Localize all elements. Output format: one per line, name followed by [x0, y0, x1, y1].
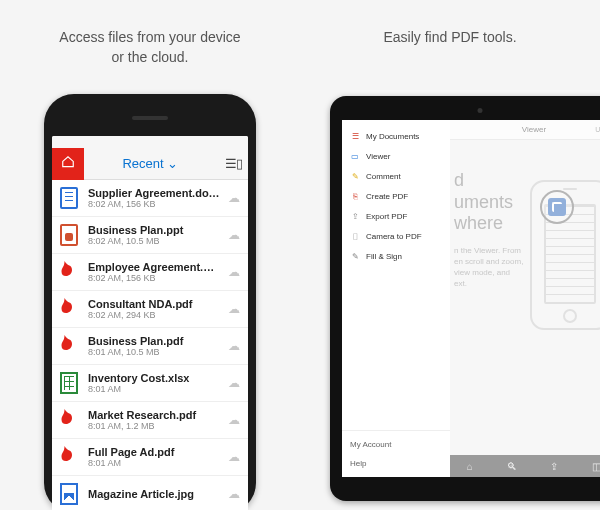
xlsx-icon: [60, 372, 78, 394]
drawer-item-label: Help: [350, 459, 366, 468]
right-caption: Easily find PDF tools.: [383, 28, 516, 76]
file-row[interactable]: Full Page Ad.pdf8:01 AM☁: [52, 439, 248, 476]
drawer-item[interactable]: ⎘Create PDF: [342, 186, 450, 206]
file-row[interactable]: Employee Agreement.pdf8:02 AM, 156 KB☁: [52, 254, 248, 291]
home-button[interactable]: [52, 148, 84, 180]
drawer-item-icon: ✎: [350, 171, 360, 181]
drawer-item-icon: ⎘: [350, 191, 360, 201]
phone-frame: Recent ⌄ ☰▯ Supplier Agreement.docx8:02 …: [44, 94, 256, 510]
file-subtitle: 8:01 AM: [88, 458, 220, 468]
nav-drawer: ☰My Documents▭Viewer✎Comment⎘Create PDF⇪…: [342, 120, 450, 477]
drawer-item-icon: ⌷: [350, 231, 360, 241]
drawer-item-label: My Documents: [366, 132, 419, 141]
file-row[interactable]: Consultant NDA.pdf8:02 AM, 294 KB☁: [52, 291, 248, 328]
drawer-item-label: My Account: [350, 440, 391, 449]
file-name: Consultant NDA.pdf: [88, 298, 220, 310]
nav-title-label: Recent: [122, 156, 163, 171]
view-mode-button[interactable]: ☰▯: [225, 156, 242, 171]
navbar: Recent ⌄ ☰▯: [52, 148, 248, 180]
cloud-icon: ☁: [228, 302, 240, 316]
file-type-icon: [58, 185, 80, 211]
file-subtitle: 8:02 AM, 156 KB: [88, 199, 220, 209]
drawer-item-icon: ☰: [350, 131, 360, 141]
status-bar: [52, 136, 248, 148]
dim-overlay[interactable]: [450, 120, 600, 477]
cloud-icon: ☁: [228, 413, 240, 427]
drawer-item-label: Camera to PDF: [366, 232, 422, 241]
file-meta: Business Plan.pdf8:01 AM, 10.5 MB: [88, 335, 220, 357]
cloud-icon: ☁: [228, 265, 240, 279]
file-meta: Magazine Article.jpg: [88, 488, 220, 500]
file-subtitle: 8:02 AM, 156 KB: [88, 273, 220, 283]
drawer-item[interactable]: ✎Comment: [342, 166, 450, 186]
file-row[interactable]: Magazine Article.jpg☁: [52, 476, 248, 510]
drawer-footer-item[interactable]: My Account: [342, 435, 450, 454]
pdf-icon: [60, 296, 78, 322]
pdf-icon: [60, 407, 78, 433]
pdf-icon: [60, 333, 78, 359]
cloud-icon: ☁: [228, 487, 240, 501]
drawer-item[interactable]: ☰My Documents: [342, 126, 450, 146]
file-subtitle: 8:02 AM, 10.5 MB: [88, 236, 220, 246]
caption-line: or the cloud.: [59, 48, 240, 68]
file-row[interactable]: Business Plan.pdf8:01 AM, 10.5 MB☁: [52, 328, 248, 365]
drawer-footer-item[interactable]: Help: [342, 454, 450, 473]
file-type-icon: [58, 296, 80, 322]
drawer-item[interactable]: ⇪Export PDF: [342, 206, 450, 226]
file-name: Inventory Cost.xlsx: [88, 372, 220, 384]
content-dimmed: Viewer Undo dumentswhere n the Viewer. F…: [450, 120, 600, 477]
file-meta: Full Page Ad.pdf8:01 AM: [88, 446, 220, 468]
cloud-icon: ☁: [228, 339, 240, 353]
cloud-icon: ☁: [228, 376, 240, 390]
drawer-item-label: Comment: [366, 172, 401, 181]
file-name: Supplier Agreement.docx: [88, 187, 220, 199]
cloud-icon: ☁: [228, 450, 240, 464]
file-type-icon: [58, 407, 80, 433]
file-type-icon: [58, 222, 80, 248]
file-name: Full Page Ad.pdf: [88, 446, 220, 458]
tablet-frame: ☰My Documents▭Viewer✎Comment⎘Create PDF⇪…: [330, 96, 600, 501]
left-panel: Access files from your device or the clo…: [0, 0, 300, 510]
file-row[interactable]: Market Research.pdf8:01 AM, 1.2 MB☁: [52, 402, 248, 439]
caption-line: Access files from your device: [59, 28, 240, 48]
left-caption: Access files from your device or the clo…: [59, 28, 240, 76]
file-type-icon: [58, 259, 80, 285]
cloud-icon: ☁: [228, 191, 240, 205]
file-meta: Inventory Cost.xlsx8:01 AM: [88, 372, 220, 394]
chevron-down-icon: ⌄: [167, 156, 178, 171]
file-name: Business Plan.ppt: [88, 224, 220, 236]
drawer-item[interactable]: ▭Viewer: [342, 146, 450, 166]
drawer-item-icon: ⇪: [350, 211, 360, 221]
caption-line: Easily find PDF tools.: [383, 28, 516, 48]
ppt-icon: [60, 224, 78, 246]
file-name: Business Plan.pdf: [88, 335, 220, 347]
file-row[interactable]: Business Plan.ppt8:02 AM, 10.5 MB☁: [52, 217, 248, 254]
drawer-item[interactable]: ⌷Camera to PDF: [342, 226, 450, 246]
file-name: Market Research.pdf: [88, 409, 220, 421]
file-meta: Business Plan.ppt8:02 AM, 10.5 MB: [88, 224, 220, 246]
drawer-item-icon: ▭: [350, 151, 360, 161]
drawer-item-label: Export PDF: [366, 212, 407, 221]
file-row[interactable]: Inventory Cost.xlsx8:01 AM☁: [52, 365, 248, 402]
drawer-item-icon: ✎: [350, 251, 360, 261]
file-subtitle: 8:01 AM: [88, 384, 220, 394]
pdf-icon: [60, 444, 78, 470]
cloud-icon: ☁: [228, 228, 240, 242]
file-subtitle: 8:01 AM, 1.2 MB: [88, 421, 220, 431]
file-list[interactable]: Supplier Agreement.docx8:02 AM, 156 KB☁B…: [52, 180, 248, 510]
drawer-item-label: Viewer: [366, 152, 390, 161]
file-name: Employee Agreement.pdf: [88, 261, 220, 273]
drawer-item[interactable]: ✎Fill & Sign: [342, 246, 450, 266]
jpg-icon: [60, 483, 78, 505]
home-icon: [61, 155, 75, 172]
file-type-icon: [58, 333, 80, 359]
file-name: Magazine Article.jpg: [88, 488, 220, 500]
pdf-icon: [60, 259, 78, 285]
file-meta: Consultant NDA.pdf8:02 AM, 294 KB: [88, 298, 220, 320]
drawer-item-label: Create PDF: [366, 192, 408, 201]
file-meta: Employee Agreement.pdf8:02 AM, 156 KB: [88, 261, 220, 283]
phone-screen: Recent ⌄ ☰▯ Supplier Agreement.docx8:02 …: [52, 136, 248, 510]
file-meta: Market Research.pdf8:01 AM, 1.2 MB: [88, 409, 220, 431]
file-type-icon: [58, 481, 80, 507]
file-row[interactable]: Supplier Agreement.docx8:02 AM, 156 KB☁: [52, 180, 248, 217]
